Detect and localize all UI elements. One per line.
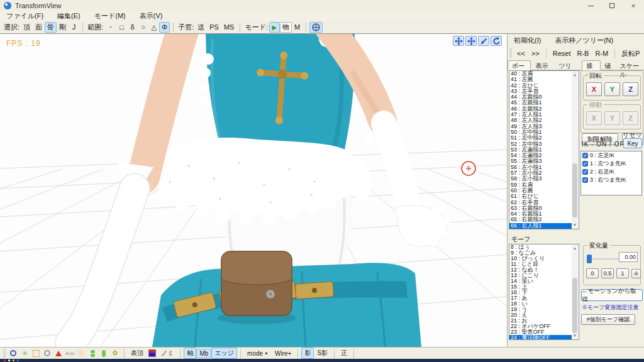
checkbox-checked-icon[interactable]: ✓ [582,153,588,158]
normal-view-toggle[interactable]: 正 [338,348,350,359]
range-point-toggle[interactable]: ・ [104,22,116,33]
close-button[interactable]: × [623,0,644,11]
childwin-send-button[interactable]: 送 [195,22,207,33]
tab-value[interactable]: 値 [601,60,616,70]
tab-tree[interactable]: ツリー [555,60,578,70]
menu-view[interactable]: 表示(V) [140,11,163,21]
bone-list-scrollbar[interactable]: ▲ ▼ [572,72,578,228]
center-display-icon[interactable] [43,349,52,358]
range-circle-toggle[interactable]: ○ [138,22,148,33]
vertex-color-swatch[interactable] [148,349,157,358]
childwin-ms-button[interactable]: MS [221,22,237,33]
tab-bone[interactable]: ボーン [508,60,531,70]
preset-0-button[interactable]: 0 [586,268,599,278]
physics-toggle[interactable]: 物 [280,22,292,33]
list-item[interactable]: 24 : 魔法陣OFF [509,335,572,340]
fps-label: FPS : 19 [6,39,41,48]
tab-operate[interactable]: 操作 [582,60,600,70]
scroll-down-icon[interactable]: ▼ [572,222,578,228]
edge-toggle[interactable]: エッジ [211,348,237,359]
nav-forward-button[interactable]: >> [528,48,543,58]
shadow-toggle[interactable]: 影 [301,348,314,359]
plane-display-icon[interactable] [77,349,86,358]
checkbox-checked-icon[interactable]: ✓ [582,177,588,183]
reset-bone-button[interactable]: R-B [574,48,592,58]
morph-marker-icon[interactable]: ✿ [111,349,119,358]
checkbox-checked-icon[interactable]: ✓ [582,169,588,175]
selection-area-icon[interactable] [31,349,40,358]
m-mode-toggle[interactable]: M [292,22,303,33]
select-vertex-toggle[interactable]: 頂 [21,22,33,33]
minimize-button[interactable] [580,0,601,11]
rigidbody-display-icon[interactable] [54,349,63,358]
individual-morph-check-button[interactable]: #個別モーフ確認 [581,314,635,325]
childwin-label: 子窓: [178,23,194,32]
gizmo-toggle[interactable] [309,22,323,33]
morph-value-input[interactable]: 0.00 [619,252,638,262]
scroll-up-icon[interactable]: ▲ [572,72,578,78]
joint-display-icon[interactable] [88,349,97,358]
panel-menu-init[interactable]: 初期化(I) [514,36,541,45]
ik-list[interactable]: ✓0 : 左足IK✓1 : 左つま先IK✓2 : 右足IK✓3 : 右つま先IK [580,151,642,195]
childwin-ps-button[interactable]: PS [207,22,221,33]
manipulator-toggle[interactable]: Mb [196,349,211,358]
checkbox-checked-icon[interactable]: ✓ [582,161,588,167]
get-from-motion-button[interactable]: ←モーションから取得 [581,289,643,301]
preset-cycle-button[interactable]: ⊕ [631,269,641,278]
nomi-toggle[interactable]: ノミ [158,348,177,359]
list-item[interactable]: ✓3 : 右つま先IK [581,176,641,184]
rotate-button[interactable] [491,36,502,46]
list-item[interactable]: ✓1 : 左つま先IK [581,160,641,168]
scroll-up-icon[interactable]: ▲ [572,245,578,251]
list-item[interactable]: ✓0 : 左足IK [581,151,641,160]
capsule-display-icon[interactable] [99,349,108,358]
local-axis-toggle[interactable]: 軸 [184,348,196,359]
range-triangle-toggle[interactable]: △ [148,22,159,33]
scroll-down-icon[interactable]: ▼ [572,332,578,339]
viewport-3d[interactable]: FPS : 19 [0,34,507,347]
select-rigid-toggle[interactable]: 剛 [57,22,69,33]
reset-button[interactable]: Reset [550,48,574,58]
range-rect-toggle[interactable]: □ [116,22,127,33]
nav-back-button[interactable]: << [514,48,528,58]
list-item[interactable]: ✓2 : 右足IK [581,168,641,176]
self-shadow-toggle[interactable]: S影 [314,348,331,359]
range-delta-toggle[interactable]: δ [127,22,138,33]
pan-button[interactable] [453,36,464,46]
play-toggle[interactable]: ▶ [269,22,280,33]
reset-morph-button[interactable]: R-M [592,48,611,58]
mode-dropdown[interactable]: mode▼ [244,349,272,358]
range-phi-toggle[interactable]: Φ [159,22,170,33]
show-front-vertex-toggle[interactable]: 表頂 [128,348,147,359]
panel-menu-frame-tree[interactable]: 表示枠／ツリー(N) [555,36,613,45]
rotate-z-button[interactable]: Z [623,82,638,96]
viewport-canvas[interactable] [0,34,507,347]
invert-pose-button[interactable]: 反転P [618,48,643,60]
wire-plus-button[interactable]: Wire+ [272,349,294,358]
preset-05-button[interactable]: 0.5 [601,268,614,278]
bone-list[interactable]: 40 : 左肩41 : 左腕42 : 左ひじ43 : 左手首44 : 左親指04… [509,70,579,229]
menu-file[interactable]: ファイル(F) [6,11,43,21]
menu-mode[interactable]: モード(M) [94,11,126,21]
select-joint-toggle[interactable]: J [69,22,79,33]
menu-edit[interactable]: 編集(E) [57,11,80,21]
preset-1-button[interactable]: 1 [616,268,629,278]
select-bone-toggle[interactable]: 骨 [45,22,57,33]
rotate-x-button[interactable]: X [586,82,602,96]
maximize-button[interactable] [601,0,623,11]
ik-key-button[interactable]: Key [623,138,642,148]
morph-list[interactable]: 8 : はぅ9 : なごみ10 : びっくり11 : じと目12 : なぬ！13… [509,244,579,340]
select-face-toggle[interactable]: 面 [33,22,45,33]
zoom-button[interactable] [478,36,489,46]
rotate-y-button[interactable]: Y [604,82,620,96]
tab-display-frame[interactable]: 表示枠 [531,60,554,70]
bone-display-icon[interactable] [9,349,18,358]
vertex-display-icon[interactable]: ✳ [20,349,29,358]
list-item[interactable]: 66 : 右人指1 [509,223,572,229]
move-button[interactable] [465,36,477,46]
slider-thumb[interactable] [587,255,592,263]
tab-scale[interactable]: スケール [616,60,644,70]
morph-list-scrollbar[interactable]: ▲ ▼ [572,245,578,339]
axis-display-icon[interactable]: Axis [65,349,74,358]
morph-value-slider[interactable] [587,255,619,263]
